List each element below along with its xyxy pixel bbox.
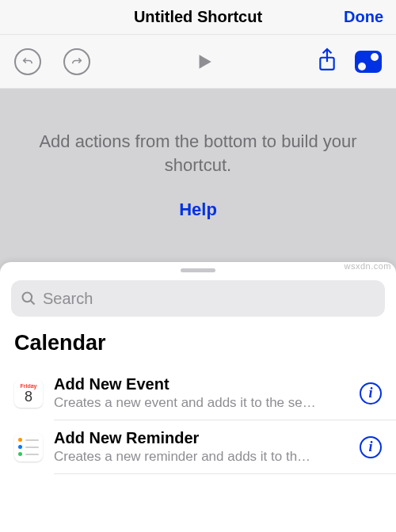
share-button[interactable] bbox=[317, 47, 337, 77]
calendar-day-label: Friday bbox=[20, 383, 36, 389]
drag-handle[interactable] bbox=[181, 268, 215, 272]
redo-icon bbox=[70, 55, 84, 69]
share-icon bbox=[317, 47, 337, 74]
info-button[interactable]: i bbox=[360, 382, 382, 405]
redo-button[interactable] bbox=[63, 48, 90, 75]
search-icon bbox=[21, 291, 36, 306]
search-input[interactable] bbox=[43, 290, 375, 308]
action-title: Add New Event bbox=[54, 374, 348, 394]
action-title: Add New Reminder bbox=[54, 428, 348, 448]
action-desc: Creates a new event and adds it to the s… bbox=[54, 394, 348, 412]
info-icon: i bbox=[368, 439, 372, 455]
header: Untitled Shortcut Done bbox=[0, 0, 396, 35]
calendar-app-icon: Friday 8 bbox=[14, 379, 43, 408]
page-title: Untitled Shortcut bbox=[134, 8, 262, 26]
action-desc: Creates a new reminder and adds it to th… bbox=[54, 448, 348, 466]
action-add-new-reminder[interactable]: Add New Reminder Creates a new reminder … bbox=[0, 420, 396, 473]
play-button[interactable] bbox=[193, 50, 214, 74]
info-icon: i bbox=[368, 385, 372, 401]
build-message: Add actions from the bottom to build you… bbox=[32, 130, 364, 177]
toolbar-right bbox=[317, 47, 382, 77]
search-bar[interactable] bbox=[11, 280, 385, 317]
calendar-day-number: 8 bbox=[25, 390, 32, 404]
divider bbox=[54, 473, 396, 474]
settings-button[interactable] bbox=[355, 51, 382, 73]
toolbar-left bbox=[14, 48, 90, 75]
help-link[interactable]: Help bbox=[179, 200, 217, 220]
undo-button[interactable] bbox=[14, 48, 41, 75]
action-text: Add New Reminder Creates a new reminder … bbox=[54, 428, 348, 466]
play-icon bbox=[193, 50, 214, 74]
section-calendar-title: Calendar bbox=[14, 331, 382, 355]
toolbar bbox=[0, 35, 396, 89]
svg-point-1 bbox=[23, 293, 32, 302]
action-add-new-event[interactable]: Friday 8 Add New Event Creates a new eve… bbox=[0, 367, 396, 420]
undo-icon bbox=[21, 55, 35, 69]
svg-line-2 bbox=[31, 301, 35, 305]
actions-panel: Calendar Friday 8 Add New Event Creates … bbox=[0, 262, 396, 532]
reminders-app-icon bbox=[14, 433, 43, 462]
info-button[interactable]: i bbox=[360, 436, 382, 458]
watermark: wsxdn.com bbox=[344, 261, 391, 271]
toolbar-center bbox=[90, 50, 317, 74]
done-button[interactable]: Done bbox=[344, 8, 383, 26]
action-text: Add New Event Creates a new event and ad… bbox=[54, 374, 348, 412]
build-area: Add actions from the bottom to build you… bbox=[0, 89, 396, 261]
